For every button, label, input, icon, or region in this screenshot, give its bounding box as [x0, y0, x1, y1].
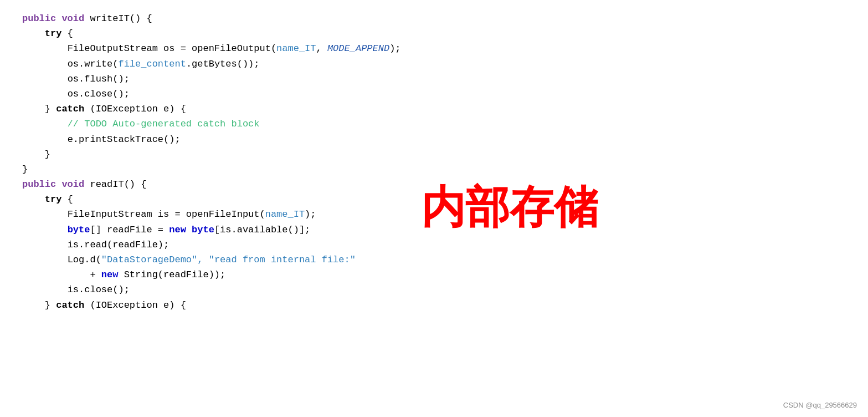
code-line: + new String(readFile)); [22, 267, 846, 282]
code-line: try { [22, 192, 846, 207]
watermark: CSDN @qq_29566629 [783, 400, 857, 411]
code-line: } catch (IOException e) { [22, 101, 846, 116]
code-line: is.close(); [22, 282, 846, 297]
code-line: public void readIT() { [22, 177, 846, 192]
code-line: os.flush(); [22, 72, 846, 87]
code-line: byte[] readFile = new byte[is.available(… [22, 222, 846, 237]
code-line: } [22, 147, 846, 162]
code-block: public void writeIT() { try { FileOutput… [22, 11, 846, 313]
code-line: os.close(); [22, 87, 846, 101]
code-line: public void writeIT() { [22, 11, 846, 26]
code-line: } [22, 162, 846, 177]
code-line: FileOutputStream os = openFileOutput(nam… [22, 41, 846, 56]
code-line: // TODO Auto-generated catch block [22, 116, 846, 131]
code-line: os.write(file_content.getBytes()); [22, 57, 846, 72]
code-line: is.read(readFile); [22, 237, 846, 252]
code-line: FileInputStream is = openFileInput(name_… [22, 207, 846, 222]
code-line: Log.d("DataStorageDemo", "read from inte… [22, 252, 846, 267]
code-line: try { [22, 26, 846, 41]
code-line: e.printStackTrace(); [22, 132, 846, 147]
code-line: } catch (IOException e) { [22, 298, 846, 313]
